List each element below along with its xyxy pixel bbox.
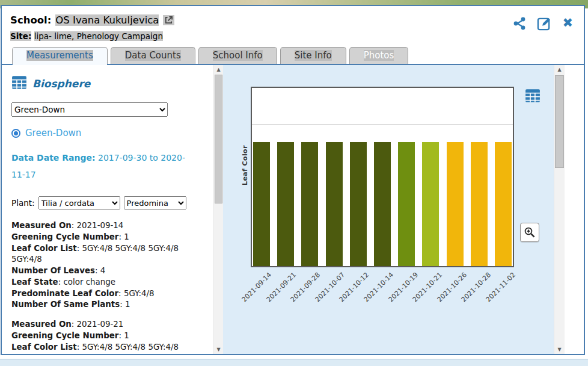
tab-data-counts[interactable]: Data Counts xyxy=(111,47,195,64)
record-field: Leaf Color List: 5GY:4/8 5GY:4/8 5GY:4/8… xyxy=(11,243,207,266)
site-label: Site: xyxy=(10,31,31,41)
record-field: Leaf State: color change xyxy=(11,277,207,288)
tab-label: Data Counts xyxy=(125,50,181,61)
record-field: Greening Cycle Number: 1 xyxy=(11,330,207,342)
chart-bar-2021-10-14[interactable] xyxy=(374,142,391,266)
school-name: OS Ivana Kukuljevica xyxy=(55,14,159,26)
plant-row: Plant: Tilia / cordata Predomina xyxy=(11,196,207,209)
chart-bar-2021-09-14[interactable] xyxy=(253,142,270,266)
scroll-down-arrow[interactable]: ▼ xyxy=(554,345,565,354)
chart-table-view-icon[interactable] xyxy=(525,88,541,106)
radio-button-selected[interactable] xyxy=(11,129,20,138)
chart-panel: Leaf Color 2021-09-142021-09-212021-09-2 xyxy=(223,65,554,354)
tab-bar: MeasurementsData CountsSchool InfoSite I… xyxy=(2,41,584,64)
chart-bar-2021-09-28[interactable] xyxy=(301,142,318,266)
tab-site-info[interactable]: Site Info xyxy=(280,47,346,64)
tab-label: Measurements xyxy=(26,50,93,61)
plant-label: Plant: xyxy=(11,198,35,208)
data-date-range: Data Date Range: 2017-09-30 to 2020-11-1… xyxy=(11,149,197,183)
share-icon[interactable] xyxy=(512,16,527,31)
chart-bar-2021-09-21[interactable] xyxy=(277,142,294,266)
modal-content: Biosphere Green-Down Green-Down Data Dat… xyxy=(2,64,584,354)
tab-label: Site Info xyxy=(295,50,332,61)
protocol-radio-row: Green-Down xyxy=(11,128,207,138)
chart-bar-2021-11-02[interactable] xyxy=(495,142,512,266)
right-gap xyxy=(565,65,584,354)
tab-measurements[interactable]: Measurements xyxy=(12,47,108,64)
record-field: Measured On: 2021-09-21 xyxy=(11,319,207,330)
scrollbar-thumb[interactable] xyxy=(555,75,564,168)
modal-scrollbar[interactable]: ▲ ▼ xyxy=(554,65,565,354)
external-link-icon[interactable] xyxy=(163,15,174,25)
y-axis-label: Leaf Color xyxy=(241,145,249,185)
chart-bar-2021-10-12[interactable] xyxy=(350,142,367,266)
tab-label: School Info xyxy=(213,50,263,61)
plant-species-select[interactable]: Tilia / cordata xyxy=(38,196,120,209)
left-panel-scrollbar[interactable]: ▲ ▼ xyxy=(213,65,223,354)
close-icon[interactable]: ✖ xyxy=(562,17,573,29)
chart-bar-2021-10-19[interactable] xyxy=(398,142,415,266)
scrollbar-thumb[interactable] xyxy=(215,75,222,203)
measurements-panel: Biosphere Green-Down Green-Down Data Dat… xyxy=(2,65,213,354)
page-bottom-strip xyxy=(0,359,588,366)
tab-photos[interactable]: Photos xyxy=(349,47,409,64)
chart-bar-2021-10-07[interactable] xyxy=(326,142,343,266)
zoom-in-icon[interactable] xyxy=(520,223,539,242)
tab-label: Photos xyxy=(364,50,394,61)
school-line: School: OS Ivana Kukuljevica xyxy=(10,14,575,26)
record-field: Number Of Same Plants: 1 xyxy=(11,299,207,311)
chart-gridline xyxy=(252,124,513,125)
table-icon[interactable] xyxy=(11,75,27,93)
site-line: Site: lipa- lime, Phenology Campaign xyxy=(10,31,575,41)
scroll-down-arrow[interactable]: ▼ xyxy=(214,345,223,354)
measurement-record: Measured On: 2021-09-14Greening Cycle Nu… xyxy=(11,220,207,311)
record-field: Greening Cycle Number: 1 xyxy=(11,232,207,243)
record-field: Measured On: 2021-09-14 xyxy=(11,220,207,232)
record-field: Leaf Color List: 5GY:4/8 5GY:4/8 5GY:4/8… xyxy=(11,342,207,354)
leaf-color-chart xyxy=(251,87,514,267)
record-field: Predominate Leaf Color: 5GY:4/8 xyxy=(11,288,207,300)
tab-school-info[interactable]: School Info xyxy=(198,47,277,64)
school-data-modal: School: OS Ivana Kukuljevica Site: lipa-… xyxy=(1,5,585,355)
chart-bar-2021-10-21[interactable] xyxy=(422,142,439,266)
chart-bar-2021-10-26[interactable] xyxy=(447,142,464,266)
scroll-up-arrow[interactable]: ▲ xyxy=(214,65,223,74)
scroll-up-arrow[interactable]: ▲ xyxy=(554,65,565,74)
chart-bar-2021-10-28[interactable] xyxy=(471,142,488,266)
window-controls: ✖ xyxy=(512,16,573,31)
school-label: School: xyxy=(10,14,51,26)
section-title: Biosphere xyxy=(32,78,90,90)
edit-pencil-icon[interactable] xyxy=(537,16,552,31)
modal-header: School: OS Ivana Kukuljevica Site: lipa-… xyxy=(2,6,584,41)
chart-bars xyxy=(253,142,512,266)
measurement-records: Measured On: 2021-09-14Greening Cycle Nu… xyxy=(11,220,207,354)
record-field: Number Of Leaves: 4 xyxy=(11,265,207,277)
date-range-label: Data Date Range: xyxy=(11,153,96,163)
measurement-record: Measured On: 2021-09-21Greening Cycle Nu… xyxy=(11,319,207,354)
radio-label: Green-Down xyxy=(25,128,81,138)
plant-filter-select[interactable]: Predomina xyxy=(124,196,186,209)
site-name: lipa- lime, Phenology Campaign xyxy=(34,31,163,41)
section-header: Biosphere xyxy=(11,75,207,93)
protocol-select[interactable]: Green-Down xyxy=(11,102,168,117)
